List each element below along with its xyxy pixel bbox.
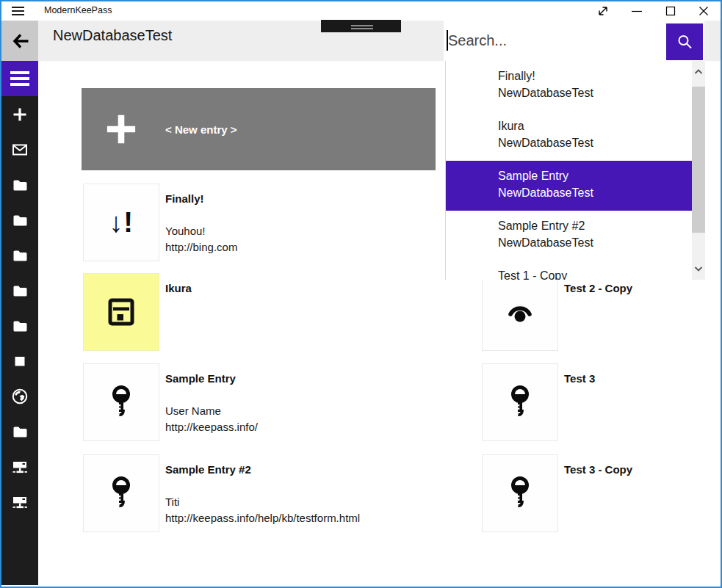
suggestion-subtitle: NewDatabaseTest [498,84,696,101]
magnifier-icon [676,33,693,51]
sidebar-hamburger-button[interactable] [1,61,38,96]
fullscreen-button[interactable] [586,1,620,21]
entry-item[interactable]: Sample Entry #2 Titi http://keepass.info… [82,451,436,534]
maximize-button[interactable] [654,1,687,21]
close-icon [695,2,712,20]
sidebar-group-note[interactable] [11,352,29,370]
header: NewDatabaseTest [1,21,721,61]
folder-icon [11,317,29,335]
entry-item[interactable]: Test 2 - Copy [480,270,722,352]
scrollbar-thumb[interactable] [692,87,705,233]
network-drive-icon [11,493,29,511]
entry-details: User Name http://keepass.info/ [165,403,258,435]
back-arrow-icon [9,30,31,52]
sidebar-group-folder[interactable] [11,247,29,264]
folder-icon [11,282,29,300]
suggestion-title: Sample Entry #2 [498,217,696,234]
suggestion-title: Test 1 - Copy [498,267,696,280]
back-button[interactable] [1,21,38,61]
entry-details: Titi http://keepass.info/help/kb/testfor… [165,494,360,526]
add-group-button[interactable] [11,106,29,123]
plus-icon [105,113,137,145]
entry-icon-tile: ↓! [83,184,159,261]
sidebar-group-mail[interactable] [11,141,29,159]
arc-dot-icon [502,294,538,330]
note-icon [11,352,29,370]
minimize-button[interactable] [620,1,654,21]
entry-item[interactable]: Test 3 - Copy [480,451,722,534]
globe-icon [11,387,29,406]
command-bar-handle[interactable] [321,20,401,32]
suggestion-title: Finally! [498,68,696,84]
new-entry-button[interactable]: < New entry > [82,88,436,170]
sidebar-group-network[interactable] [11,458,29,476]
search-suggestions: Finally! NewDatabaseTest Ikura NewDataba… [445,61,709,280]
entry-title: Test 3 - Copy [564,463,632,476]
minimize-icon [628,2,646,20]
folder-icon [11,211,29,229]
close-button[interactable] [687,1,721,21]
suggestion-item[interactable]: Sample Entry #2 NewDatabaseTest [446,211,696,261]
sidebar [1,61,38,585]
entry-username: Youhou! [165,223,237,239]
entry-icon-tile [482,363,558,441]
title-bar: ModernKeePass [1,1,721,21]
sidebar-group-folder[interactable] [11,317,29,335]
mail-icon [11,141,29,159]
entry-item[interactable]: Ikura [82,270,436,352]
new-entry-label: < New entry > [165,88,237,170]
key-icon [109,385,134,420]
entry-item[interactable]: Sample Entry User Name http://keepass.in… [82,360,436,443]
suggestions-scrollbar[interactable] [692,61,705,280]
suggestion-subtitle: NewDatabaseTest [498,134,696,151]
key-icon [508,385,533,420]
entry-icon-tile [482,273,558,351]
chevron-up-icon[interactable] [693,67,704,77]
suggestion-subtitle: NewDatabaseTest [498,184,705,201]
down-arrow-exclamation-icon: ↓! [109,208,134,236]
sidebar-group-folder[interactable] [11,423,29,440]
folder-icon [11,423,29,440]
sidebar-group-folder[interactable] [11,176,29,194]
entry-title: Sample Entry #2 [165,463,251,476]
entry-username: User Name [165,403,258,419]
app-window: ModernKeePass [0,0,722,588]
entry-url: http://bing.com [165,239,237,255]
hamburger-icon[interactable] [12,7,24,15]
entry-details: Youhou! http://bing.com [165,223,237,255]
sidebar-group-network[interactable] [11,493,29,511]
entry-icon-tile [83,454,159,532]
floppy-disk-icon [105,296,137,328]
entry-title: Test 2 - Copy [564,282,632,294]
key-icon [508,476,533,511]
suggestion-item[interactable]: Finally! NewDatabaseTest [446,61,696,111]
entry-icon-tile [482,454,558,532]
entry-title: Ikura [165,282,192,294]
entry-icon-tile [83,273,159,351]
enter-fullscreen-icon [594,2,612,20]
entry-icon-tile [83,363,159,441]
suggestion-title: Ikura [498,117,696,134]
entry-title: Finally! [165,192,204,205]
sidebar-group-internet[interactable] [11,388,29,405]
suggestion-subtitle: NewDatabaseTest [498,234,696,251]
search-button[interactable] [666,23,703,60]
sidebar-group-folder[interactable] [11,282,29,300]
key-icon [109,476,134,511]
search-input[interactable] [448,21,661,61]
suggestion-item[interactable]: Ikura NewDatabaseTest [446,111,696,161]
folder-icon [11,176,29,194]
suggestion-title: Sample Entry [498,167,705,184]
folder-icon [11,247,29,264]
entry-item[interactable]: Test 3 [480,360,722,443]
maximize-icon [662,2,679,20]
chevron-down-icon[interactable] [693,264,704,274]
page-title: NewDatabaseTest [53,27,172,44]
suggestion-item-selected[interactable]: Sample Entry NewDatabaseTest [446,161,705,211]
suggestion-item[interactable]: Test 1 - Copy [446,261,696,280]
entry-title: Test 3 [564,372,595,385]
entry-url: http://keepass.info/ [165,419,258,435]
plus-icon [11,106,29,123]
entry-item[interactable]: ↓! Finally! Youhou! http://bing.com [82,181,436,263]
sidebar-group-folder[interactable] [11,211,29,229]
